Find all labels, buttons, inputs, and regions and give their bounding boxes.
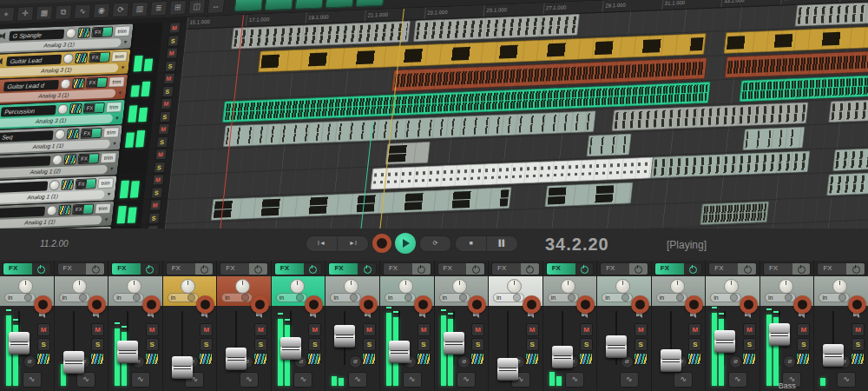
volume-fader[interactable] bbox=[63, 351, 84, 374]
input-button[interactable]: in bbox=[602, 293, 633, 302]
main-time-display[interactable]: 34.2.20 bbox=[545, 235, 609, 255]
routing-icon[interactable] bbox=[67, 129, 80, 140]
pan-knob[interactable] bbox=[181, 279, 195, 294]
pan-knob[interactable] bbox=[46, 205, 57, 216]
mixer-strip[interactable]: FX in M S ⌀ ∿ bbox=[272, 261, 326, 391]
routing-icon[interactable] bbox=[199, 353, 213, 365]
routing-icon[interactable] bbox=[61, 179, 74, 190]
audio-clip[interactable] bbox=[544, 182, 634, 207]
pan-knob[interactable] bbox=[52, 155, 63, 166]
mute-button[interactable]: M bbox=[254, 323, 267, 336]
pause-button[interactable]: ▌▌ bbox=[486, 236, 517, 251]
fx-bypass-button[interactable] bbox=[195, 263, 214, 275]
go-to-end-button[interactable]: ►Ι bbox=[337, 236, 368, 251]
mute-button[interactable]: M bbox=[852, 323, 865, 336]
solo-button[interactable]: S bbox=[852, 338, 865, 351]
volume-fader[interactable] bbox=[823, 344, 844, 367]
solo-button[interactable]: S bbox=[254, 338, 267, 351]
pan-knob[interactable] bbox=[344, 279, 358, 294]
pan-knob[interactable] bbox=[615, 279, 630, 294]
routing-icon[interactable] bbox=[307, 353, 321, 365]
mixer-strip[interactable]: FX in M S ⌀ ∿ bbox=[814, 261, 868, 391]
phase-button[interactable]: ⌀ bbox=[349, 355, 362, 368]
pan-knob[interactable] bbox=[55, 129, 66, 141]
stop-button[interactable]: ■ bbox=[456, 236, 486, 251]
toolbar-icon[interactable]: ⌖ bbox=[0, 6, 16, 22]
toolbar-toggle-button[interactable] bbox=[264, 0, 293, 10]
fx-bypass-button[interactable] bbox=[249, 263, 267, 275]
record-arm-button[interactable] bbox=[251, 295, 269, 314]
chevron-down-icon[interactable]: ▾ bbox=[121, 63, 125, 72]
trim-button[interactable]: trim bbox=[100, 152, 116, 163]
mute-button[interactable]: M bbox=[37, 323, 50, 336]
mute-button[interactable]: M bbox=[168, 22, 181, 34]
track-name[interactable] bbox=[0, 181, 49, 193]
mute-button[interactable]: M bbox=[580, 323, 593, 336]
mixer-strip[interactable]: FX in M S ⌀ ∿ bbox=[706, 261, 760, 391]
fx-bypass-button[interactable] bbox=[738, 263, 756, 275]
toolbar-toggle-button[interactable] bbox=[325, 0, 354, 9]
mute-button[interactable]: M bbox=[308, 323, 321, 336]
chevron-down-icon[interactable]: ▾ bbox=[123, 38, 128, 47]
fx-button[interactable]: FX bbox=[708, 262, 757, 275]
envelope-button[interactable]: ∿ bbox=[23, 372, 42, 388]
mixer-strip[interactable]: FX in M S ⌀ ∿ bbox=[55, 261, 108, 391]
record-arm-button[interactable] bbox=[142, 295, 161, 314]
fx-toggle[interactable]: FX bbox=[91, 26, 113, 37]
fx-button[interactable]: FX bbox=[437, 262, 486, 275]
input-button[interactable]: in bbox=[168, 293, 199, 302]
input-dropdown-icon[interactable] bbox=[187, 294, 195, 302]
solo-button[interactable]: S bbox=[167, 35, 179, 47]
track-name[interactable]: Percussion bbox=[1, 105, 56, 117]
audio-clip[interactable] bbox=[700, 201, 770, 225]
volume-fader[interactable] bbox=[172, 356, 193, 379]
envelope-button[interactable]: ∿ bbox=[565, 372, 584, 388]
pan-knob[interactable] bbox=[832, 279, 847, 294]
selection-time-display[interactable]: 11.2.00 bbox=[40, 239, 69, 249]
record-arm-button[interactable] bbox=[468, 295, 486, 314]
input-button[interactable]: in bbox=[276, 293, 307, 302]
envelope-button[interactable]: ∿ bbox=[131, 372, 150, 388]
fx-bypass-button[interactable] bbox=[792, 263, 811, 275]
fx-bypass-button[interactable] bbox=[412, 263, 431, 275]
toolbar-icon[interactable]: ⟳ bbox=[112, 2, 130, 17]
chevron-down-icon[interactable]: ▾ bbox=[109, 164, 114, 173]
pan-knob[interactable] bbox=[561, 279, 575, 294]
input-dropdown-icon[interactable] bbox=[785, 294, 792, 302]
mute-button[interactable]: M bbox=[155, 149, 167, 161]
fx-button[interactable]: FX bbox=[274, 262, 323, 275]
arrange-area[interactable]: 15.1.00017.1.00019.1.00021.1.00023.1.000… bbox=[158, 0, 868, 229]
toolbar-icon[interactable]: ◫ bbox=[188, 0, 207, 14]
solo-button[interactable]: S bbox=[155, 136, 168, 149]
phase-button[interactable]: ⌀ bbox=[457, 355, 470, 368]
mute-button[interactable]: M bbox=[91, 323, 104, 336]
pan-knob[interactable] bbox=[235, 279, 250, 294]
mute-button[interactable]: M bbox=[160, 98, 172, 110]
mixer-strip[interactable]: FX in M S ⌀ ∿ bbox=[597, 261, 651, 391]
chevron-down-icon[interactable]: ▾ bbox=[118, 89, 122, 97]
fx-bypass-button[interactable] bbox=[629, 263, 648, 275]
volume-fader[interactable] bbox=[9, 332, 30, 355]
volume-fader[interactable] bbox=[389, 341, 410, 363]
routing-icon[interactable] bbox=[145, 353, 159, 365]
track-name[interactable]: G Spangle bbox=[9, 29, 64, 41]
routing-icon[interactable] bbox=[525, 353, 539, 365]
toolbar-icon[interactable]: ∿ bbox=[74, 3, 92, 19]
solo-button[interactable]: S bbox=[418, 338, 431, 351]
solo-button[interactable]: S bbox=[37, 338, 50, 351]
input-dropdown-icon[interactable] bbox=[621, 294, 629, 302]
mute-button[interactable]: M bbox=[363, 323, 376, 336]
solo-button[interactable]: S bbox=[363, 338, 376, 351]
fx-button[interactable]: FX bbox=[763, 262, 812, 275]
mixer-strip[interactable]: FX in M S ⌀ ∿ bbox=[217, 261, 271, 391]
input-dropdown-icon[interactable] bbox=[241, 294, 249, 302]
mixer-strip[interactable]: FX in M S ⌀ ∿ bbox=[652, 261, 706, 391]
mute-button[interactable]: M bbox=[743, 323, 756, 336]
pan-knob[interactable] bbox=[670, 279, 685, 294]
volume-fader[interactable] bbox=[606, 335, 627, 358]
fx-button[interactable]: FX bbox=[3, 262, 51, 275]
chevron-down-icon[interactable]: ▾ bbox=[104, 215, 108, 224]
routing-icon[interactable] bbox=[796, 353, 810, 365]
input-dropdown-icon[interactable] bbox=[133, 294, 141, 302]
trim-button[interactable]: trim bbox=[114, 26, 130, 37]
